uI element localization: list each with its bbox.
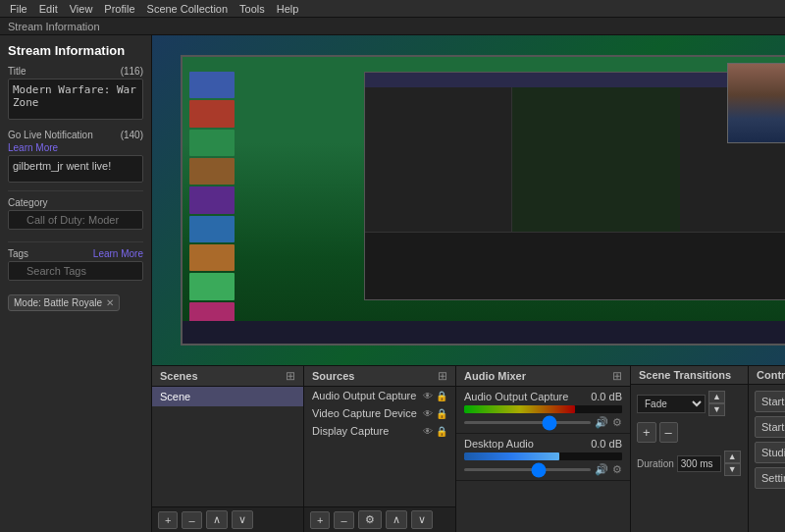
transition-add-btn[interactable]: + bbox=[637, 422, 656, 443]
title-field-label: Title (116) bbox=[8, 66, 143, 77]
volume-slider-1[interactable] bbox=[464, 421, 591, 424]
scenes-panel: Scenes ⊞ Scene + – ∧ ∨ bbox=[152, 366, 304, 532]
tag-badge-container: Mode: Battle Royale ✕ bbox=[8, 293, 143, 311]
audio-channel-1: Audio Output Capture 0.0 dB 🔊 ⚙ bbox=[456, 387, 630, 434]
menu-edit[interactable]: Edit bbox=[33, 3, 64, 15]
audio-header-title: Audio Mixer bbox=[464, 370, 526, 382]
sources-panel-header: Sources ⊞ bbox=[304, 366, 455, 387]
notification-count: (140) bbox=[121, 130, 143, 140]
start-streaming-btn[interactable]: Start Streaming bbox=[755, 391, 785, 412]
notification-label: Go Live Notification bbox=[8, 130, 93, 140]
audio-panel: Audio Mixer ⊞ Audio Output Capture 0.0 d… bbox=[456, 366, 631, 532]
tag-close-btn[interactable]: ✕ bbox=[106, 297, 114, 308]
speaker-icon-1[interactable]: 🔊 bbox=[595, 416, 608, 429]
category-search-wrapper: 🔍 bbox=[8, 210, 143, 234]
tags-search-input[interactable] bbox=[8, 261, 143, 281]
duration-up-btn[interactable]: ▲ bbox=[724, 451, 741, 463]
source-down-btn[interactable]: ∨ bbox=[411, 510, 433, 529]
source-eye-icon-3[interactable]: 👁 bbox=[423, 426, 433, 437]
menu-file[interactable]: File bbox=[4, 3, 33, 15]
source-list: Audio Output Capture 👁 🔒 Video Capture D… bbox=[304, 387, 455, 506]
source-eye-icon-2[interactable]: 👁 bbox=[423, 408, 433, 419]
source-up-btn[interactable]: ∧ bbox=[386, 510, 407, 529]
menu-profile[interactable]: Profile bbox=[98, 3, 140, 15]
sources-panel: Sources ⊞ Audio Output Capture 👁 🔒 Video… bbox=[304, 366, 456, 532]
audio-channel-2-header: Desktop Audio 0.0 dB bbox=[464, 438, 622, 450]
window-title-bar: Stream Information bbox=[0, 18, 785, 35]
volume-slider-2[interactable] bbox=[464, 468, 591, 471]
sources-header-title: Sources bbox=[312, 370, 354, 382]
obs-sim-center bbox=[512, 87, 680, 232]
source-label-3: Display Capture bbox=[312, 425, 389, 437]
scene-remove-btn[interactable]: – bbox=[182, 511, 201, 529]
controls-header-title: Controls bbox=[757, 369, 785, 381]
tags-learn-more[interactable]: Learn More bbox=[93, 248, 143, 259]
preview-desktop bbox=[183, 57, 785, 344]
menu-scene-collection[interactable]: Scene Collection bbox=[141, 3, 235, 15]
gear-icon-1[interactable]: ⚙ bbox=[612, 416, 622, 429]
transitions-panel-header: Scene Transitions bbox=[631, 366, 748, 385]
audio-channel-2: Desktop Audio 0.0 dB 🔊 ⚙ bbox=[456, 434, 630, 481]
notification-label-row: Go Live Notification (140) bbox=[8, 130, 143, 140]
scene-item-1[interactable]: Scene bbox=[152, 387, 303, 406]
source-add-btn[interactable]: + bbox=[310, 511, 330, 529]
category-search-input[interactable] bbox=[8, 210, 143, 230]
gear-icon-2[interactable]: ⚙ bbox=[612, 463, 622, 476]
learn-more-row: Learn More bbox=[8, 142, 143, 153]
scene-down-btn[interactable]: ∨ bbox=[232, 510, 253, 529]
preview-screen bbox=[152, 35, 785, 365]
source-settings-btn[interactable]: ⚙ bbox=[358, 510, 382, 529]
audio-header-icon[interactable]: ⊞ bbox=[612, 369, 622, 383]
menu-help[interactable]: Help bbox=[271, 3, 305, 15]
menu-view[interactable]: View bbox=[64, 3, 99, 15]
menu-tools[interactable]: Tools bbox=[234, 3, 271, 15]
speaker-icon-2[interactable]: 🔊 bbox=[595, 463, 608, 476]
desktop-icon-5 bbox=[189, 186, 235, 213]
title-input[interactable]: Modern Warfare: War Zone bbox=[8, 79, 143, 120]
transition-arrow-up[interactable]: ▲ bbox=[708, 391, 725, 403]
divider-1 bbox=[8, 190, 143, 191]
obs-sim-body bbox=[365, 87, 785, 232]
source-item-3[interactable]: Display Capture 👁 🔒 bbox=[304, 422, 455, 440]
audio-meter-1 bbox=[464, 405, 622, 413]
source-item-2[interactable]: Video Capture Device 👁 🔒 bbox=[304, 404, 455, 422]
main-layout: Stream Information Title (116) Modern Wa… bbox=[0, 35, 785, 532]
duration-down-btn[interactable]: ▼ bbox=[724, 463, 741, 476]
source-icons-3: 👁 🔒 bbox=[423, 426, 447, 437]
sources-header-icon[interactable]: ⊞ bbox=[438, 369, 447, 383]
source-remove-btn[interactable]: – bbox=[334, 511, 353, 529]
scenes-header-title: Scenes bbox=[160, 370, 198, 382]
tag-label: Mode: Battle Royale bbox=[14, 297, 102, 308]
transition-select[interactable]: Fade bbox=[637, 395, 706, 413]
left-panel: Stream Information Title (116) Modern Wa… bbox=[0, 35, 152, 532]
scene-add-btn[interactable]: + bbox=[158, 511, 178, 529]
desktop-icon-8 bbox=[189, 273, 235, 299]
start-recording-btn[interactable]: Start Recording bbox=[755, 416, 785, 438]
transition-arrow-down[interactable]: ▼ bbox=[708, 403, 725, 416]
transition-select-row: Fade ▲ ▼ bbox=[637, 391, 742, 416]
desktop-icon-3 bbox=[189, 130, 235, 156]
source-lock-icon-3[interactable]: 🔒 bbox=[436, 426, 447, 437]
desktop-icon-6 bbox=[189, 216, 235, 242]
source-lock-icon-2[interactable]: 🔒 bbox=[436, 408, 447, 419]
preview-inner bbox=[181, 55, 785, 346]
scene-list: Scene bbox=[152, 387, 303, 506]
settings-btn[interactable]: Settings bbox=[755, 467, 785, 489]
tags-search-wrapper: 🔍 bbox=[8, 261, 143, 285]
scenes-header-icon[interactable]: ⊞ bbox=[286, 369, 295, 383]
source-item-1[interactable]: Audio Output Capture 👁 🔒 bbox=[304, 387, 455, 404]
divider-2 bbox=[8, 241, 143, 242]
studio-mode-btn[interactable]: Studio Mode bbox=[755, 442, 785, 463]
learn-more-link[interactable]: Learn More bbox=[8, 142, 58, 153]
source-lock-icon-1[interactable]: 🔒 bbox=[436, 391, 447, 401]
obs-sim bbox=[365, 73, 785, 299]
scene-up-btn[interactable]: ∧ bbox=[206, 510, 228, 529]
source-eye-icon-1[interactable]: 👁 bbox=[423, 391, 433, 401]
controls-panel: Controls Start Streaming Start Recording… bbox=[749, 366, 785, 532]
transition-remove-btn[interactable]: – bbox=[659, 422, 678, 443]
bottom-panels: Scenes ⊞ Scene + – ∧ ∨ Sources ⊞ bbox=[152, 365, 785, 532]
duration-input[interactable] bbox=[677, 455, 721, 472]
notification-input[interactable]: gilbertm_jr went live! bbox=[8, 155, 143, 183]
audio-controls-1: 🔊 ⚙ bbox=[464, 416, 622, 429]
menu-bar: File Edit View Profile Scene Collection … bbox=[0, 0, 785, 18]
